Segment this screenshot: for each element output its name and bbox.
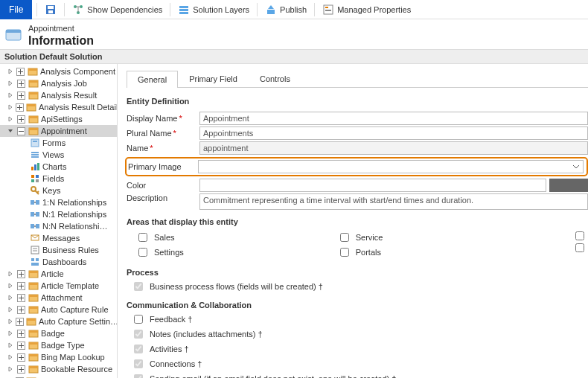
color-swatch[interactable] [549,179,588,192]
color-input[interactable] [199,179,546,192]
tree-child-msg[interactable]: Messages [0,232,117,244]
tree-entity-item[interactable]: Badge Type [0,339,117,351]
publish-button[interactable]: Publish [262,0,310,19]
tree-entity-item[interactable]: Badge [0,327,117,339]
svg-rect-65 [29,295,38,297]
tab-general[interactable]: General [127,71,178,88]
expand-box-icon [16,269,26,279]
svg-rect-50 [31,224,34,228]
notes-label: Notes (includes attachments) † [150,330,263,339]
area-unknown-top-checkbox[interactable] [575,231,584,240]
display-name-input[interactable] [199,112,588,125]
area-settings-checkbox[interactable] [138,248,147,257]
svg-rect-68 [29,307,38,309]
tree-entity-item[interactable]: Analysis Job [0,77,117,89]
tree-entity-item[interactable]: Attachment [0,292,117,304]
svg-rect-71 [27,318,36,321]
tree-item-label: Analysis Component [40,67,115,76]
solution-tree[interactable]: Analysis ComponentAnalysis JobAnalysis R… [0,64,118,378]
primary-image-label: Primary Image [127,162,198,171]
description-label: Description [127,193,199,202]
tree-entity-item[interactable]: Bookable Resource … [0,375,117,378]
tree-item-label: Analysis Result Detail [39,103,118,112]
tree-entity-item[interactable]: ApiSettings [0,113,117,125]
tree-child-br[interactable]: Business Rules [0,244,117,256]
tree-item-label: N:1 Relationships [42,210,106,219]
expand-box-icon [16,328,26,339]
svg-rect-40 [37,163,39,170]
color-label: Color [127,181,199,190]
plural-name-input[interactable] [199,126,588,140]
tree-item-label: Auto Capture Rule [41,305,109,314]
expand-box-icon [16,126,26,136]
svg-rect-48 [31,212,34,217]
tree-item-label: ApiSettings [41,115,83,124]
area-unknown-bottom-checkbox[interactable] [575,243,584,252]
show-dependencies-label: Show Dependencies [87,5,162,14]
show-dependencies-button[interactable]: Show Dependencies [69,0,165,19]
tree-entity-item[interactable]: Bookable Resource [0,363,117,375]
tree-child-rel[interactable]: N:N Relationshi… [0,220,117,232]
tree-item-label: Analysis Result [41,91,97,100]
area-sales-checkbox[interactable] [138,233,147,242]
svg-rect-74 [29,330,38,333]
tree-entity-item[interactable]: Analysis Component [0,65,117,77]
connections-label: Connections † [150,359,202,368]
svg-rect-59 [29,271,38,273]
tree-entity-item[interactable]: Auto Capture Settin… [0,315,117,327]
svg-rect-43 [31,179,34,182]
activities-checkbox [134,345,143,353]
description-input[interactable]: Commitment representing a time interval … [199,193,588,210]
tree-entity-item[interactable]: Analysis Result Detail [0,101,117,113]
save-button[interactable] [42,0,60,19]
area-service-checkbox[interactable] [340,233,349,242]
tree-entity-item[interactable]: Bing Map Lookup [0,351,117,363]
tree-item-label: Bookable Resource [41,365,112,374]
expand-box-icon [16,66,25,77]
bpf-checkbox [134,282,143,291]
tree-child-views[interactable]: Views [0,149,117,161]
section-communication: Communication & Collaboration [127,301,588,310]
tree-item-label: Charts [42,162,66,171]
primary-image-select[interactable] [198,160,584,173]
tree-item-label: Fields [42,174,64,183]
svg-rect-20 [29,80,38,83]
tab-controls[interactable]: Controls [249,70,301,87]
tree-child-rel[interactable]: 1:N Relationships [0,196,117,208]
page-title: Information [28,33,94,48]
tree-child-dash[interactable]: Dashboards [0,256,117,268]
tab-primary-field[interactable]: Primary Field [178,70,249,87]
tree-entity-item[interactable]: Analysis Result [0,89,117,101]
feedback-label: Feedback † [150,315,192,324]
tree-child-forms[interactable]: Forms [0,137,117,149]
email-label: Sending email (if an email field does no… [150,374,396,378]
tree-child-charts[interactable]: Charts [0,161,117,173]
tree-entity-item[interactable]: Auto Capture Rule [0,304,117,315]
tree-item-label: Messages [42,234,80,243]
tree-entity-item[interactable]: Appointment [0,125,117,137]
tree-entity-item[interactable]: Article Template [0,280,117,292]
dependencies-icon [72,4,84,16]
tree-item-label: Views [42,150,64,159]
solution-layers-label: Solution Layers [193,5,249,14]
tree-child-fields[interactable]: Fields [0,173,117,185]
managed-properties-button[interactable]: Managed Properties [319,0,414,19]
expand-box-icon [16,352,26,362]
expand-box-icon [16,102,24,112]
file-menu[interactable]: File [0,0,32,19]
plural-name-label: Plural Name* [127,129,199,138]
feedback-checkbox[interactable] [134,315,143,324]
tree-entity-item[interactable]: Article [0,268,117,280]
solution-layers-button[interactable]: Solution Layers [175,0,252,19]
name-label: Name* [127,144,199,153]
expand-box-icon [16,340,26,350]
area-portals-checkbox[interactable] [340,248,349,257]
svg-rect-6 [179,6,188,8]
tree-item-label: Article Template [41,281,99,290]
tree-child-keys[interactable]: Keys [0,185,117,196]
managed-properties-label: Managed Properties [337,5,411,14]
tree-item-label: Article [41,269,64,278]
tree-child-rel[interactable]: N:1 Relationships [0,208,117,220]
tree-item-label: 1:N Relationships [42,198,106,207]
svg-rect-37 [31,156,39,158]
